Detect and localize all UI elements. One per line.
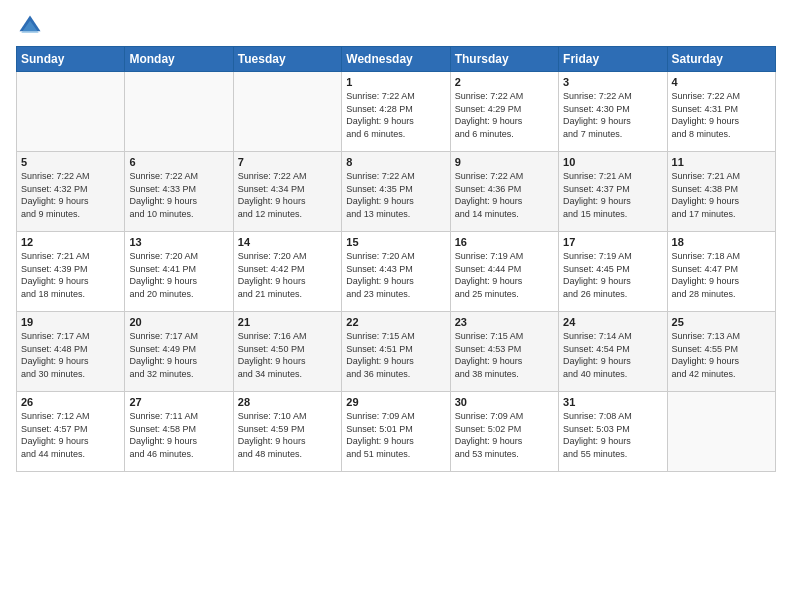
calendar-cell: 14Sunrise: 7:20 AM Sunset: 4:42 PM Dayli… xyxy=(233,232,341,312)
header xyxy=(16,12,776,40)
header-sunday: Sunday xyxy=(17,47,125,72)
day-number: 9 xyxy=(455,156,554,168)
day-number: 17 xyxy=(563,236,662,248)
calendar-cell: 28Sunrise: 7:10 AM Sunset: 4:59 PM Dayli… xyxy=(233,392,341,472)
day-number: 2 xyxy=(455,76,554,88)
day-info: Sunrise: 7:21 AM Sunset: 4:39 PM Dayligh… xyxy=(21,250,120,300)
day-number: 19 xyxy=(21,316,120,328)
day-info: Sunrise: 7:21 AM Sunset: 4:38 PM Dayligh… xyxy=(672,170,771,220)
calendar-cell: 18Sunrise: 7:18 AM Sunset: 4:47 PM Dayli… xyxy=(667,232,775,312)
day-info: Sunrise: 7:17 AM Sunset: 4:48 PM Dayligh… xyxy=(21,330,120,380)
calendar-table: SundayMondayTuesdayWednesdayThursdayFrid… xyxy=(16,46,776,472)
calendar-cell xyxy=(125,72,233,152)
calendar-cell: 3Sunrise: 7:22 AM Sunset: 4:30 PM Daylig… xyxy=(559,72,667,152)
day-info: Sunrise: 7:11 AM Sunset: 4:58 PM Dayligh… xyxy=(129,410,228,460)
day-info: Sunrise: 7:14 AM Sunset: 4:54 PM Dayligh… xyxy=(563,330,662,380)
day-number: 23 xyxy=(455,316,554,328)
day-info: Sunrise: 7:12 AM Sunset: 4:57 PM Dayligh… xyxy=(21,410,120,460)
calendar-cell: 30Sunrise: 7:09 AM Sunset: 5:02 PM Dayli… xyxy=(450,392,558,472)
day-number: 5 xyxy=(21,156,120,168)
day-info: Sunrise: 7:19 AM Sunset: 4:45 PM Dayligh… xyxy=(563,250,662,300)
day-info: Sunrise: 7:22 AM Sunset: 4:28 PM Dayligh… xyxy=(346,90,445,140)
calendar-cell: 29Sunrise: 7:09 AM Sunset: 5:01 PM Dayli… xyxy=(342,392,450,472)
day-number: 28 xyxy=(238,396,337,408)
calendar-cell: 12Sunrise: 7:21 AM Sunset: 4:39 PM Dayli… xyxy=(17,232,125,312)
day-info: Sunrise: 7:22 AM Sunset: 4:29 PM Dayligh… xyxy=(455,90,554,140)
header-friday: Friday xyxy=(559,47,667,72)
calendar-cell: 21Sunrise: 7:16 AM Sunset: 4:50 PM Dayli… xyxy=(233,312,341,392)
calendar-cell: 13Sunrise: 7:20 AM Sunset: 4:41 PM Dayli… xyxy=(125,232,233,312)
logo-icon xyxy=(16,12,44,40)
day-info: Sunrise: 7:22 AM Sunset: 4:32 PM Dayligh… xyxy=(21,170,120,220)
header-saturday: Saturday xyxy=(667,47,775,72)
day-info: Sunrise: 7:09 AM Sunset: 5:02 PM Dayligh… xyxy=(455,410,554,460)
calendar-cell xyxy=(667,392,775,472)
calendar-cell: 31Sunrise: 7:08 AM Sunset: 5:03 PM Dayli… xyxy=(559,392,667,472)
calendar-cell: 8Sunrise: 7:22 AM Sunset: 4:35 PM Daylig… xyxy=(342,152,450,232)
day-number: 16 xyxy=(455,236,554,248)
page: SundayMondayTuesdayWednesdayThursdayFrid… xyxy=(0,0,792,480)
day-number: 10 xyxy=(563,156,662,168)
day-info: Sunrise: 7:22 AM Sunset: 4:34 PM Dayligh… xyxy=(238,170,337,220)
calendar-cell: 9Sunrise: 7:22 AM Sunset: 4:36 PM Daylig… xyxy=(450,152,558,232)
day-number: 14 xyxy=(238,236,337,248)
day-info: Sunrise: 7:15 AM Sunset: 4:53 PM Dayligh… xyxy=(455,330,554,380)
day-number: 3 xyxy=(563,76,662,88)
day-number: 8 xyxy=(346,156,445,168)
day-number: 1 xyxy=(346,76,445,88)
day-number: 4 xyxy=(672,76,771,88)
day-info: Sunrise: 7:20 AM Sunset: 4:43 PM Dayligh… xyxy=(346,250,445,300)
calendar-cell: 24Sunrise: 7:14 AM Sunset: 4:54 PM Dayli… xyxy=(559,312,667,392)
week-row-1: 5Sunrise: 7:22 AM Sunset: 4:32 PM Daylig… xyxy=(17,152,776,232)
day-info: Sunrise: 7:15 AM Sunset: 4:51 PM Dayligh… xyxy=(346,330,445,380)
day-info: Sunrise: 7:17 AM Sunset: 4:49 PM Dayligh… xyxy=(129,330,228,380)
day-info: Sunrise: 7:22 AM Sunset: 4:33 PM Dayligh… xyxy=(129,170,228,220)
calendar-cell xyxy=(17,72,125,152)
day-number: 11 xyxy=(672,156,771,168)
day-info: Sunrise: 7:08 AM Sunset: 5:03 PM Dayligh… xyxy=(563,410,662,460)
calendar-cell: 19Sunrise: 7:17 AM Sunset: 4:48 PM Dayli… xyxy=(17,312,125,392)
calendar-cell: 10Sunrise: 7:21 AM Sunset: 4:37 PM Dayli… xyxy=(559,152,667,232)
day-info: Sunrise: 7:09 AM Sunset: 5:01 PM Dayligh… xyxy=(346,410,445,460)
day-info: Sunrise: 7:22 AM Sunset: 4:30 PM Dayligh… xyxy=(563,90,662,140)
calendar-cell: 20Sunrise: 7:17 AM Sunset: 4:49 PM Dayli… xyxy=(125,312,233,392)
calendar-cell: 7Sunrise: 7:22 AM Sunset: 4:34 PM Daylig… xyxy=(233,152,341,232)
day-info: Sunrise: 7:13 AM Sunset: 4:55 PM Dayligh… xyxy=(672,330,771,380)
logo xyxy=(16,12,48,40)
calendar-cell: 16Sunrise: 7:19 AM Sunset: 4:44 PM Dayli… xyxy=(450,232,558,312)
day-info: Sunrise: 7:16 AM Sunset: 4:50 PM Dayligh… xyxy=(238,330,337,380)
calendar-cell: 4Sunrise: 7:22 AM Sunset: 4:31 PM Daylig… xyxy=(667,72,775,152)
day-number: 13 xyxy=(129,236,228,248)
day-info: Sunrise: 7:21 AM Sunset: 4:37 PM Dayligh… xyxy=(563,170,662,220)
day-info: Sunrise: 7:19 AM Sunset: 4:44 PM Dayligh… xyxy=(455,250,554,300)
header-wednesday: Wednesday xyxy=(342,47,450,72)
day-number: 6 xyxy=(129,156,228,168)
day-info: Sunrise: 7:10 AM Sunset: 4:59 PM Dayligh… xyxy=(238,410,337,460)
week-row-0: 1Sunrise: 7:22 AM Sunset: 4:28 PM Daylig… xyxy=(17,72,776,152)
day-number: 18 xyxy=(672,236,771,248)
calendar-cell: 22Sunrise: 7:15 AM Sunset: 4:51 PM Dayli… xyxy=(342,312,450,392)
day-info: Sunrise: 7:20 AM Sunset: 4:41 PM Dayligh… xyxy=(129,250,228,300)
day-number: 12 xyxy=(21,236,120,248)
day-number: 30 xyxy=(455,396,554,408)
header-thursday: Thursday xyxy=(450,47,558,72)
calendar-cell: 1Sunrise: 7:22 AM Sunset: 4:28 PM Daylig… xyxy=(342,72,450,152)
day-number: 15 xyxy=(346,236,445,248)
day-number: 29 xyxy=(346,396,445,408)
header-monday: Monday xyxy=(125,47,233,72)
day-info: Sunrise: 7:20 AM Sunset: 4:42 PM Dayligh… xyxy=(238,250,337,300)
day-info: Sunrise: 7:22 AM Sunset: 4:31 PM Dayligh… xyxy=(672,90,771,140)
calendar-cell: 17Sunrise: 7:19 AM Sunset: 4:45 PM Dayli… xyxy=(559,232,667,312)
day-number: 20 xyxy=(129,316,228,328)
day-number: 22 xyxy=(346,316,445,328)
calendar-cell: 11Sunrise: 7:21 AM Sunset: 4:38 PM Dayli… xyxy=(667,152,775,232)
calendar-cell: 2Sunrise: 7:22 AM Sunset: 4:29 PM Daylig… xyxy=(450,72,558,152)
header-tuesday: Tuesday xyxy=(233,47,341,72)
calendar-cell: 26Sunrise: 7:12 AM Sunset: 4:57 PM Dayli… xyxy=(17,392,125,472)
day-number: 21 xyxy=(238,316,337,328)
calendar-cell: 25Sunrise: 7:13 AM Sunset: 4:55 PM Dayli… xyxy=(667,312,775,392)
day-number: 27 xyxy=(129,396,228,408)
day-info: Sunrise: 7:22 AM Sunset: 4:36 PM Dayligh… xyxy=(455,170,554,220)
calendar-cell xyxy=(233,72,341,152)
day-info: Sunrise: 7:18 AM Sunset: 4:47 PM Dayligh… xyxy=(672,250,771,300)
